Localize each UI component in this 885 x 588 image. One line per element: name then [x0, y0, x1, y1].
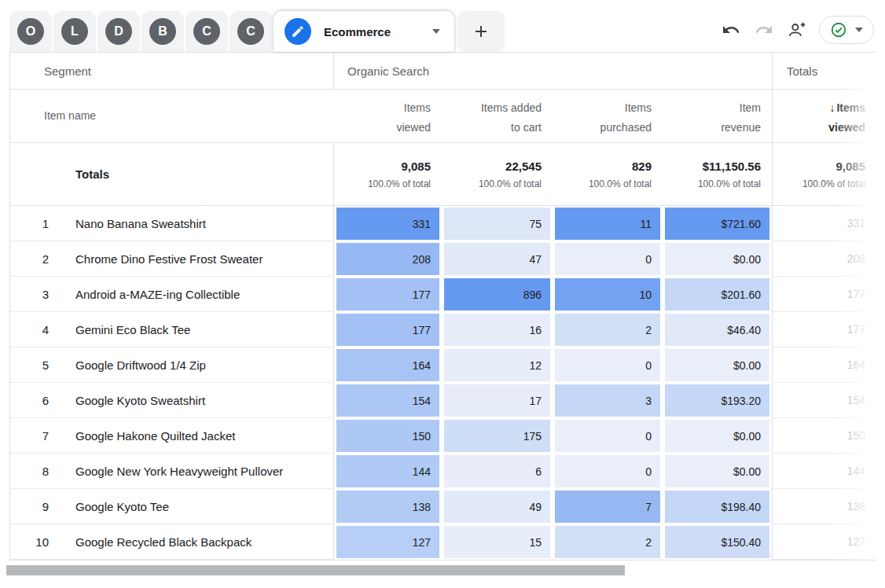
heat-cell: 896 [444, 278, 550, 311]
table-row[interactable]: 2Chrome Dino Festive Frost Sweater208470… [10, 241, 876, 277]
share-user-button[interactable] [786, 19, 808, 41]
item-name-cell: 4Gemini Eco Black Tee [10, 312, 333, 347]
totals-column-cell: 144 [772, 454, 876, 489]
row-rank: 10 [10, 535, 49, 549]
heat-cell: 75 [444, 208, 550, 240]
totals-items-purchased: 829 100.0% of total [553, 143, 663, 205]
heat-cell: 15 [444, 526, 550, 558]
redo-button[interactable] [753, 19, 775, 41]
tab-6[interactable]: C [230, 11, 272, 52]
column-header-totals-items-viewed-sorted[interactable]: ↓Items viewed [772, 90, 876, 142]
table-row[interactable]: 1Nano Banana Sweatshirt3317511$721.60331 [10, 206, 876, 241]
tab-5[interactable]: C [185, 11, 228, 52]
table-row[interactable]: 5Google Driftwood 1/4 Zip164120$0.00164 [10, 347, 876, 383]
column-header-items-viewed[interactable]: Items viewed [333, 90, 442, 142]
tab-letter: L [71, 24, 79, 39]
tab-letter: C [246, 24, 255, 39]
table-row[interactable]: 3Android a-MAZE-ing Collectible17789610$… [10, 277, 876, 312]
items-purchased-cell: 2 [553, 312, 663, 347]
heat-cell: 138 [336, 491, 439, 523]
heat-cell: $46.40 [665, 314, 769, 346]
tab-letter-badge: C [193, 18, 220, 45]
heat-cell: 3 [555, 384, 660, 417]
item-revenue-cell: $0.00 [663, 241, 772, 277]
item-name-cell: 5Google Driftwood 1/4 Zip [10, 347, 333, 383]
items-added-cell: 12 [442, 347, 553, 383]
heat-cell: 0 [555, 243, 660, 275]
status-dropdown-button[interactable] [819, 16, 874, 44]
table-row[interactable]: 6Google Kyoto Sweatshirt154173$193.20154 [10, 383, 876, 418]
column-header-items-purchased[interactable]: Items purchased [553, 90, 663, 142]
heat-cell: 11 [555, 208, 660, 240]
heat-cell: 2 [555, 314, 660, 346]
table-body: 1Nano Banana Sweatshirt3317511$721.60331… [10, 206, 876, 560]
table-row[interactable]: 9Google Kyoto Tee138497$198.40138 [10, 489, 876, 524]
heat-cell: $0.00 [665, 420, 769, 452]
heat-cell: 154 [336, 384, 439, 417]
totals-row: Totals 9,085 100.0% of total 22,545 100.… [10, 143, 876, 206]
tab-3[interactable]: D [97, 11, 140, 52]
item-name-cell: 8Google New York Heavyweight Pullover [10, 454, 333, 489]
tab-2[interactable]: L [53, 11, 96, 52]
column-header-item-name[interactable]: Item name [10, 90, 333, 142]
exploration-table: Segment Organic Search Totals Item name … [9, 52, 876, 560]
horizontal-scrollbar[interactable] [0, 565, 885, 575]
item-name-cell: 7Google Hakone Quilted Jacket [10, 418, 333, 454]
item-revenue-cell: $46.40 [663, 312, 772, 347]
column-header-row: Item name Items viewed Items added to ca… [10, 90, 876, 143]
items-viewed-cell: 150 [333, 418, 442, 454]
column-header-items-added-to-cart[interactable]: Items added to cart [442, 90, 553, 142]
item-name: Google Hakone Quilted Jacket [75, 429, 235, 443]
items-purchased-cell: 0 [553, 241, 663, 277]
item-name-cell: 2Chrome Dino Festive Frost Sweater [10, 241, 333, 277]
item-name-cell: 1Nano Banana Sweatshirt [10, 206, 333, 241]
item-name: Google Recycled Black Backpack [75, 535, 252, 549]
items-viewed-cell: 164 [333, 347, 442, 383]
totals-column-cell: 177 [772, 277, 876, 312]
scrollbar-thumb[interactable] [6, 565, 625, 575]
tab-4[interactable]: B [141, 11, 184, 52]
heat-cell: 331 [336, 208, 439, 240]
heat-cell: $150.40 [665, 526, 769, 558]
items-purchased-cell: 0 [553, 418, 663, 454]
table-row[interactable]: 10Google Recycled Black Backpack127152$1… [10, 524, 876, 560]
add-tab-button[interactable] [457, 11, 505, 52]
undo-button[interactable] [720, 19, 742, 41]
table-row[interactable]: 7Google Hakone Quilted Jacket1501750$0.0… [10, 418, 876, 454]
heat-cell: $721.60 [665, 208, 769, 240]
totals-column-items-viewed: 9,085 100.0% of total [772, 143, 876, 205]
plus-icon [472, 22, 490, 41]
column-header-item-revenue[interactable]: Item revenue [663, 90, 772, 142]
tab-letter-badge: O [17, 18, 44, 45]
totals-item-revenue: $11,150.56 100.0% of total [663, 143, 772, 205]
items-added-cell: 6 [442, 454, 553, 489]
tab-letter-badge: B [149, 18, 176, 45]
segment-group-header: Segment [10, 53, 333, 89]
heat-cell: 175 [444, 420, 550, 452]
totals-label: Totals [10, 143, 333, 205]
items-purchased-cell: 0 [553, 347, 663, 383]
tab-active-ecommerce[interactable]: Ecommerce [274, 11, 454, 52]
totals-group-header: Totals [772, 53, 876, 89]
table-row[interactable]: 8Google New York Heavyweight Pullover144… [10, 454, 876, 489]
tab-bar: O L D B C C Ecommerce [0, 0, 885, 52]
row-rank: 5 [10, 358, 49, 372]
heat-cell: $198.40 [665, 491, 769, 523]
table-row[interactable]: 4Gemini Eco Black Tee177162$46.40177 [10, 312, 876, 347]
item-revenue-cell: $198.40 [663, 489, 772, 524]
totals-items-added: 22,545 100.0% of total [442, 143, 553, 205]
tab-letter-badge: L [61, 18, 88, 45]
heat-cell: $0.00 [665, 349, 769, 381]
organic-search-group-header: Organic Search [333, 53, 772, 89]
item-name: Google Kyoto Tee [75, 500, 169, 513]
person-add-icon [787, 20, 807, 40]
item-name: Android a-MAZE-ing Collectible [75, 288, 240, 301]
items-purchased-cell: 10 [553, 277, 663, 312]
group-header-row: Segment Organic Search Totals [10, 53, 876, 90]
active-tab-label: Ecommerce [324, 25, 432, 39]
tab-letter-badge: C [237, 18, 264, 45]
heat-cell: 12 [444, 349, 550, 381]
tab-1[interactable]: O [9, 11, 52, 52]
items-added-cell: 47 [442, 241, 553, 277]
heat-cell: 0 [555, 349, 660, 381]
